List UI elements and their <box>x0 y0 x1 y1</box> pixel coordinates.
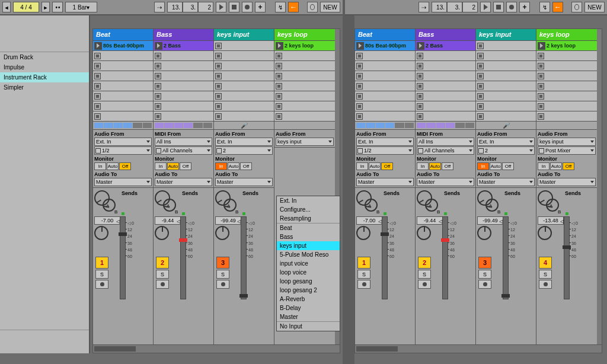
monitor-off-button[interactable]: Off <box>563 162 574 170</box>
clip-slot-empty[interactable] <box>93 101 153 111</box>
clip-slot-empty[interactable] <box>355 51 415 61</box>
solo-button[interactable]: S <box>357 270 370 279</box>
clip-stop-icon[interactable] <box>417 63 423 69</box>
clip-stop-icon[interactable] <box>276 103 282 110</box>
stop-button[interactable] <box>493 2 504 12</box>
clip-stop-icon[interactable] <box>477 113 484 120</box>
clip-play-icon[interactable] <box>356 42 364 50</box>
pan-knob[interactable] <box>155 226 169 240</box>
channel-select[interactable]: All Channels <box>155 146 212 155</box>
dropdown-option[interactable]: Beat <box>277 223 340 232</box>
clip-slot-empty[interactable] <box>416 71 475 81</box>
clip-stop-icon[interactable] <box>538 113 544 120</box>
clip-slot-empty[interactable] <box>355 91 415 101</box>
channel-select[interactable]: 2 <box>215 146 273 155</box>
dropdown-option[interactable]: Master <box>277 312 340 322</box>
clip-stop-icon[interactable] <box>276 73 282 79</box>
pan-knob[interactable] <box>417 226 431 240</box>
clip-slot-empty[interactable] <box>154 61 213 71</box>
clip-slot-empty[interactable] <box>416 91 475 101</box>
clip-stop-icon[interactable] <box>417 53 423 59</box>
scrollbar[interactable] <box>93 344 340 353</box>
clip-play-icon[interactable] <box>94 42 102 50</box>
new-button[interactable]: NEW <box>584 2 605 12</box>
clip-stop-icon[interactable] <box>417 83 423 90</box>
clip-stop-icon[interactable] <box>215 83 222 90</box>
clip-stop-icon[interactable] <box>155 63 161 69</box>
track-activator-button[interactable]: 2 <box>156 257 169 269</box>
clip-slot-empty[interactable] <box>154 91 213 101</box>
clip-stop-icon[interactable] <box>356 53 363 59</box>
clip-stop-icon[interactable] <box>538 73 544 79</box>
browser-item[interactable]: Instrument Rack <box>0 72 89 82</box>
channel-select[interactable]: Post Mixer <box>538 146 596 155</box>
arm-button[interactable] <box>357 280 370 289</box>
clip-slot-empty[interactable] <box>476 61 536 71</box>
clip-slot-empty[interactable] <box>355 61 415 71</box>
clip-slot-empty[interactable] <box>476 111 536 122</box>
clip-slot-empty[interactable] <box>274 71 335 81</box>
clip-stop-icon[interactable] <box>155 103 161 110</box>
clip-stop-icon[interactable] <box>477 73 484 79</box>
solo-button[interactable]: S <box>216 270 229 279</box>
clip-stop-icon[interactable] <box>94 83 101 90</box>
clip-stop-icon[interactable] <box>215 53 222 59</box>
clip-slot-empty[interactable] <box>476 101 536 111</box>
clip-stop-icon[interactable] <box>538 53 544 59</box>
clip-stop-icon[interactable] <box>94 63 101 69</box>
clip-slot-empty[interactable] <box>355 101 415 111</box>
dropdown-option[interactable]: Resampling <box>277 214 340 223</box>
track-header[interactable]: keys loop <box>536 29 597 41</box>
clip-stop-icon[interactable] <box>215 103 222 110</box>
dropdown-option[interactable]: loop gesang 2 <box>277 286 340 295</box>
clip-slot-empty[interactable] <box>154 51 213 61</box>
browser-item[interactable]: Simpler <box>0 82 89 92</box>
clip-stop-icon[interactable] <box>538 83 544 90</box>
monitor-off-button[interactable]: Off <box>119 162 131 170</box>
clip-slot[interactable]: 2 Bass <box>154 41 213 51</box>
capture-icon[interactable] <box>307 2 318 12</box>
clip-stop-icon[interactable] <box>417 93 423 100</box>
track-header[interactable]: keys input <box>214 29 274 41</box>
clip-stop-icon[interactable] <box>94 103 101 110</box>
audio-from-select[interactable]: All Ins <box>417 138 474 146</box>
solo-button[interactable]: S <box>156 270 169 279</box>
send-knob-b[interactable] <box>365 199 378 212</box>
monitor-off-button[interactable]: Off <box>442 162 453 170</box>
solo-button[interactable]: S <box>478 270 491 279</box>
clip-stop-icon[interactable] <box>215 63 222 69</box>
clip-slot-empty[interactable] <box>93 51 153 61</box>
track-activator-button[interactable]: 4 <box>539 257 552 269</box>
audio-to-select[interactable]: Master <box>155 178 212 186</box>
track-activator-button[interactable]: 1 <box>95 257 108 269</box>
clip-stop-icon[interactable] <box>477 53 484 59</box>
channel-select[interactable]: All Channels <box>417 146 474 155</box>
clip-stop-icon[interactable] <box>356 63 363 69</box>
clip-stop-icon[interactable] <box>417 113 423 120</box>
record-button[interactable] <box>242 2 253 12</box>
monitor-in-button[interactable]: In <box>477 162 489 170</box>
channel-select[interactable]: 2 <box>477 146 535 155</box>
clip-slot-empty[interactable] <box>214 91 274 101</box>
clip-stop-icon[interactable] <box>276 83 282 90</box>
clip-slot-empty[interactable] <box>214 71 274 81</box>
clip-slot-empty[interactable] <box>355 111 415 122</box>
send-knob-b[interactable] <box>546 199 559 212</box>
automation-arm-icon[interactable]: ↯ <box>539 2 550 12</box>
clip-stop-icon[interactable] <box>155 93 161 100</box>
clip-stop-icon[interactable] <box>94 53 101 59</box>
clip-stop-icon[interactable] <box>417 103 423 110</box>
clip-stop-icon[interactable] <box>477 93 484 100</box>
audio-to-select[interactable]: Master <box>477 178 535 186</box>
clip-slot-empty[interactable] <box>536 81 597 91</box>
clip-slot-empty[interactable] <box>355 81 415 91</box>
clip-stop-icon[interactable] <box>356 103 363 110</box>
clip-stop-icon[interactable] <box>538 63 544 69</box>
clip-slot-empty[interactable] <box>274 91 335 101</box>
audio-from-select[interactable]: Ext. In <box>215 138 273 146</box>
pan-knob[interactable] <box>538 226 552 240</box>
audio-to-select[interactable]: Master <box>417 178 474 186</box>
clip-stop-icon[interactable] <box>538 93 544 100</box>
clip-stop-icon[interactable] <box>155 113 161 120</box>
send-knob-b[interactable] <box>223 199 237 212</box>
